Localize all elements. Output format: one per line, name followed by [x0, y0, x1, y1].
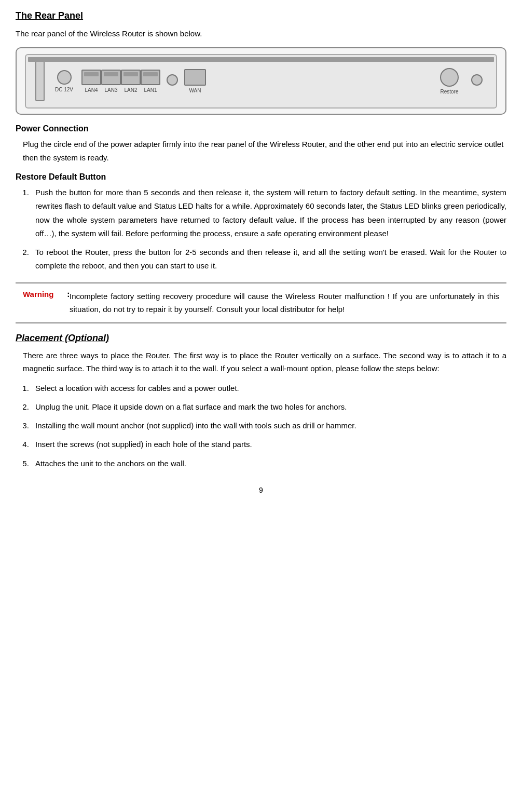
page-title: The Rear Panel [16, 10, 506, 21]
port-right-round [471, 74, 483, 88]
placement-list: Select a location with access for cables… [31, 382, 506, 470]
router-diagram: DC 12V LAN4 LAN3 LAN2 [16, 47, 506, 115]
port-wan-label: WAN [189, 88, 201, 93]
port-lan3-connector [101, 70, 121, 85]
port-lan1-connector [141, 70, 160, 85]
port-lan4-label: LAN4 [85, 87, 98, 93]
port-lan3-label: LAN3 [105, 87, 118, 93]
power-connection-text: Plug the circle end of the power adapter… [23, 138, 506, 164]
placement-item-3: Installing the wall mount anchor (not su… [31, 419, 506, 432]
port-lan1-label: LAN1 [144, 87, 157, 93]
port-mid-connector [167, 74, 178, 86]
port-restore: Restore [440, 68, 459, 94]
restore-item-2: To reboot the Router, press the button f… [31, 246, 506, 273]
restore-default-list: Push the button for more than 5 seconds … [31, 186, 506, 273]
port-lan1: LAN1 [141, 70, 160, 93]
port-lan2: LAN2 [121, 70, 141, 93]
port-lan4-connector [81, 70, 101, 85]
restore-item-1: Push the button for more than 5 seconds … [31, 186, 506, 240]
page-number: 9 [16, 486, 506, 494]
placement-title: Placement (Optional) [16, 333, 506, 344]
warning-label: Warning [23, 290, 64, 299]
port-mid-round [167, 74, 178, 88]
port-wan-connector [184, 69, 206, 86]
intro-paragraph: The rear panel of the Wireless Router is… [16, 28, 506, 40]
port-lan2-connector [121, 70, 141, 85]
warning-box: Warning：Incomplete factory setting recov… [16, 282, 506, 323]
placement-item-2: Unplug the unit. Place it upside down on… [31, 400, 506, 414]
placement-intro: There are three ways to place the Router… [23, 349, 506, 375]
placement-item-4: Insert the screws (not supplied) in each… [31, 438, 506, 451]
placement-item-1: Select a location with access for cables… [31, 382, 506, 395]
restore-button-visual [440, 68, 459, 87]
placement-item-5: Attaches the unit to the anchors on the … [31, 457, 506, 470]
port-lan3: LAN3 [101, 70, 121, 93]
power-connection-heading: Power Connection [16, 124, 506, 133]
right-round-connector [471, 74, 483, 86]
warning-text: Incomplete factory setting recovery proc… [70, 290, 499, 316]
port-dc12v: DC 12V [55, 70, 73, 92]
port-lan4: LAN4 [81, 70, 101, 93]
router-inner: DC 12V LAN4 LAN3 LAN2 [25, 54, 497, 109]
port-dc12v-connector [57, 70, 72, 85]
port-restore-label: Restore [440, 89, 458, 94]
port-dc12v-label: DC 12V [55, 87, 73, 92]
restore-default-heading: Restore Default Button [16, 172, 506, 182]
left-panel [35, 61, 45, 101]
port-lan2-label: LAN2 [125, 87, 138, 93]
port-wan: WAN [184, 69, 206, 93]
